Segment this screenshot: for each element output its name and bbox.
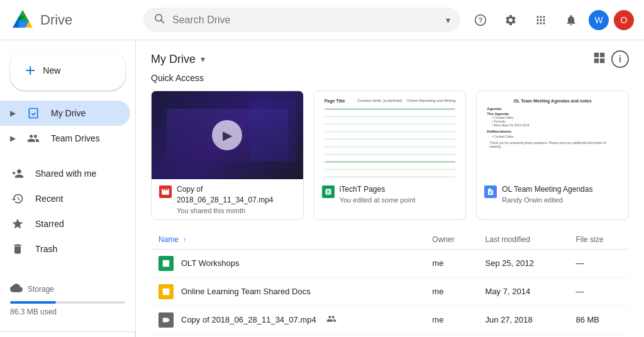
- notifications-button[interactable]: [558, 8, 584, 33]
- file-icon-video: [158, 312, 174, 328]
- table-row[interactable]: iTechT Pages me Jul 14, 2015 —: [151, 334, 629, 337]
- svg-line-8: [161, 20, 164, 23]
- sort-arrow-icon: ↑: [183, 236, 186, 243]
- table-header-file-size[interactable]: File size: [568, 230, 629, 250]
- qa-video-filename: Copy of 2018_06_28_11_34_07.mp4: [177, 184, 296, 206]
- search-dropdown-icon[interactable]: ▾: [446, 15, 450, 25]
- avatar-o[interactable]: O: [614, 10, 634, 30]
- storage-cloud-icon: [10, 282, 23, 296]
- header-actions: i: [592, 50, 629, 68]
- search-icon: [153, 13, 165, 27]
- svg-point-11: [536, 16, 538, 18]
- content-area: My Drive ▾ i Quick Access: [136, 40, 644, 337]
- grid-view-button[interactable]: [592, 51, 606, 68]
- footer-logo: Google Drive: [0, 331, 135, 337]
- file-size-cell: —: [568, 249, 629, 277]
- trash-icon: [10, 241, 25, 257]
- sidebar-item-trash-label: Trash: [35, 244, 57, 254]
- qa-video-details: Copy of 2018_06_28_11_34_07.mp4 You shar…: [177, 184, 296, 214]
- file-owner-cell: me: [425, 277, 477, 306]
- file-owner-cell: me: [425, 306, 477, 334]
- qa-sheets-file-icon: [322, 185, 335, 198]
- table-row[interactable]: OLT Workshops me Sep 25, 2012 —: [151, 249, 629, 277]
- main-layout: + New ▶ My Drive ▶ Team Drives: [0, 40, 644, 337]
- recent-icon: [10, 191, 25, 206]
- qa-sheets-subtitle: You edited at some point: [340, 196, 458, 204]
- drive-title-dropdown[interactable]: ▾: [201, 54, 205, 64]
- topbar-actions: ? W O: [468, 8, 634, 33]
- file-icon-sheets: [158, 256, 174, 271]
- sidebar-item-my-drive-label: My Drive: [51, 108, 86, 118]
- qa-docs-thumbnail: OL Team Meeting Agendas and notes Agenda…: [477, 91, 628, 179]
- search-input[interactable]: [172, 14, 438, 26]
- avatar-w[interactable]: W: [589, 10, 609, 30]
- table-row[interactable]: Copy of 2018_06_28_11_34_07.mp4 me Jun 2…: [151, 306, 629, 334]
- qa-card-sheets[interactable]: Page Title Creative fields: [undefined] …: [314, 91, 467, 220]
- qa-sheets-filename: iTechT Pages: [340, 184, 458, 195]
- table-row[interactable]: Online Learning Team Shared Docs me May …: [151, 277, 629, 306]
- new-button[interactable]: + New: [10, 50, 125, 91]
- qa-docs-subtitle: Randy Orwin edited: [502, 196, 621, 204]
- qa-video-subtitle: You shared this month: [177, 207, 296, 214]
- sidebar-item-starred[interactable]: Starred: [0, 211, 130, 236]
- apps-button[interactable]: [528, 8, 553, 33]
- file-date-cell: Jun 27, 2018: [478, 306, 569, 334]
- settings-button[interactable]: [498, 8, 523, 33]
- shared-icon: [326, 314, 336, 326]
- svg-point-19: [543, 22, 545, 24]
- sidebar-item-starred-label: Starred: [35, 219, 64, 229]
- svg-point-17: [536, 22, 538, 24]
- sidebar: + New ▶ My Drive ▶ Team Drives: [0, 40, 136, 337]
- qa-card-video[interactable]: ▶ Copy of 2018_06_28_11_34_07.mp4 You sh…: [151, 91, 304, 220]
- drive-logo-icon: [10, 8, 35, 33]
- qa-video-file-icon: [159, 185, 172, 198]
- storage-used-text: 86.3 MB used: [10, 307, 57, 316]
- qa-docs-details: OL Team Meeting Agendas Randy Orwin edit…: [502, 184, 621, 204]
- svg-text:?: ?: [478, 16, 482, 24]
- sidebar-item-shared-label: Shared with me: [35, 168, 96, 179]
- storage-bar-background: [10, 301, 125, 304]
- svg-point-12: [540, 16, 541, 18]
- sidebar-item-shared[interactable]: Shared with me: [0, 161, 130, 186]
- qa-sheets-details: iTechT Pages You edited at some point: [340, 184, 458, 204]
- expand-arrow-icon: ▶: [10, 109, 16, 118]
- quick-access-label: Quick Access: [151, 73, 629, 83]
- info-button[interactable]: i: [611, 50, 629, 68]
- table-header-last-modified[interactable]: Last modified: [478, 230, 569, 250]
- shared-icon: [10, 166, 25, 181]
- files-section: Name ↑ Owner Last modified File size: [136, 230, 644, 337]
- quick-access-cards: ▶ Copy of 2018_06_28_11_34_07.mp4 You sh…: [151, 91, 629, 220]
- help-button[interactable]: ?: [468, 8, 493, 33]
- file-owner-cell: me: [425, 334, 477, 337]
- sidebar-item-team-drives[interactable]: ▶ Team Drives: [0, 126, 130, 151]
- app-name: Drive: [40, 12, 72, 28]
- topbar: Drive ▾ ?: [0, 0, 644, 40]
- table-header-row: Name ↑ Owner Last modified File size: [151, 230, 629, 250]
- svg-point-18: [540, 22, 541, 24]
- my-drive-icon: [26, 106, 41, 121]
- storage-section: Storage 86.3 MB used: [0, 272, 135, 326]
- team-drives-icon: [26, 131, 41, 146]
- svg-point-14: [536, 19, 538, 21]
- search-bar[interactable]: ▾: [143, 8, 460, 32]
- file-date-cell: Sep 25, 2012: [478, 249, 569, 277]
- starred-icon: [10, 216, 25, 231]
- table-header-owner[interactable]: Owner: [425, 230, 477, 250]
- file-name-cell: Online Learning Team Shared Docs: [151, 277, 425, 306]
- qa-sheets-thumbnail: Page Title Creative fields: [undefined] …: [314, 91, 466, 179]
- sidebar-item-my-drive[interactable]: ▶ My Drive: [0, 101, 130, 126]
- file-size-cell: —: [568, 334, 629, 337]
- table-header-name[interactable]: Name ↑: [151, 230, 425, 250]
- sidebar-item-recent[interactable]: Recent: [0, 186, 130, 211]
- file-name-cell: iTechT Pages: [151, 334, 425, 337]
- sidebar-item-team-drives-label: Team Drives: [51, 133, 100, 143]
- qa-docs-filename: OL Team Meeting Agendas: [502, 184, 621, 195]
- storage-bar-fill: [10, 301, 56, 304]
- logo-area: Drive: [10, 8, 136, 33]
- storage-label: Storage: [28, 285, 54, 294]
- files-table: Name ↑ Owner Last modified File size: [151, 230, 629, 337]
- file-size-cell: 86 MB: [568, 306, 629, 334]
- qa-card-docs[interactable]: OL Team Meeting Agendas and notes Agenda…: [476, 91, 629, 220]
- qa-video-thumbnail: ▶: [152, 91, 303, 179]
- sidebar-item-trash[interactable]: Trash: [0, 236, 130, 262]
